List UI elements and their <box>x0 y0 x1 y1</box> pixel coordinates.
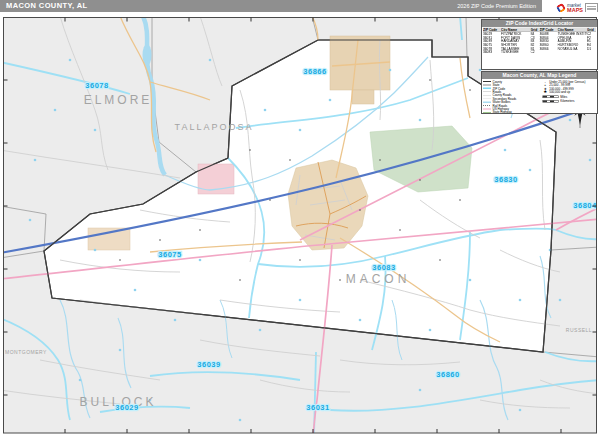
index-cell: 36083 <box>483 50 501 54</box>
legend-item-label: State Highway <box>493 111 512 113</box>
county-label: RUSSELL <box>566 327 592 333</box>
legend: ZIP Code Index/Grid Locator ZIP CodeCity… <box>481 19 598 115</box>
zip-code-label: 36866 <box>303 67 326 76</box>
index-cell <box>587 50 596 54</box>
zip-code-label: 36039 <box>197 360 220 369</box>
page-title: MACON COUNTY, AL <box>6 0 88 12</box>
zip-code-label: 36083 <box>372 263 395 272</box>
zip-code-label: 36830 <box>494 175 517 184</box>
legend-line-items: CountyStateZIP CodeRoadsCounty RoadsSeco… <box>483 80 541 113</box>
zip-swatch <box>483 88 491 90</box>
county-label: ELMORE <box>84 93 153 107</box>
scale-bar-row: Kilometers <box>543 100 596 103</box>
rail-swatch <box>483 105 491 106</box>
index-cell <box>539 50 557 54</box>
zip-code-label: 36860 <box>436 370 459 379</box>
secondary-swatch <box>483 98 491 99</box>
index-cell: TUSKEGEE <box>501 50 530 54</box>
us-hwy-swatch <box>483 108 491 109</box>
scale-bar <box>543 100 559 103</box>
county-label: MACON <box>346 272 411 286</box>
scale-bar-row: Miles <box>543 95 596 98</box>
county-road-swatch <box>483 95 491 96</box>
zip-index-title: ZIP Code Index/Grid Locator <box>482 20 597 27</box>
scale-bar <box>543 95 559 98</box>
scale-bar-label: Miles <box>560 95 567 98</box>
county-label: MONTGOMERY <box>5 349 47 355</box>
urban-area-shorter <box>88 228 130 250</box>
legend-city-label: 500,000 and up <box>549 90 570 93</box>
county-label: TALLAPOOSA <box>175 122 254 132</box>
zip-code-label: 36078 <box>85 81 108 90</box>
legend-item: State Highway <box>483 111 541 113</box>
zip-index-panel: ZIP Code Index/Grid Locator ZIP CodeCity… <box>481 19 598 70</box>
zip-code-label: 36029 <box>115 403 138 412</box>
county-swatch <box>483 81 491 82</box>
state-swatch <box>483 85 491 86</box>
scale-bar-label: Kilometers <box>560 100 574 103</box>
zip-index-table: ZIP CodeCity NameGridZIP CodeCity NameGr… <box>482 27 597 54</box>
water-swatch <box>483 101 491 103</box>
star-lg-icon: ★ <box>543 90 548 93</box>
zip-code-label: 36075 <box>158 250 181 259</box>
state-hwy-swatch <box>483 112 491 113</box>
edition-label: 2026 ZIP Code Premium Edition <box>457 0 536 12</box>
map-sheet: { "header": { "title": "MACON COUNTY, AL… <box>0 0 600 436</box>
zip-code-label: 36031 <box>306 403 329 412</box>
map-key-panel: Macon County, AL Map Legend CountyStateZ… <box>481 71 598 114</box>
legend-city-item: ★500,000 and up <box>543 90 596 93</box>
index-cell <box>558 50 587 54</box>
road-swatch <box>483 92 491 93</box>
map-key-title: Macon County, AL Map Legend <box>482 72 597 79</box>
header-bar: MACON COUNTY, AL 2026 ZIP Code Premium E… <box>0 0 600 12</box>
index-cell: C2 <box>530 50 539 54</box>
legend-city-items: •Under 25,000 (per Census)★25,000 - 99,9… <box>543 80 596 113</box>
